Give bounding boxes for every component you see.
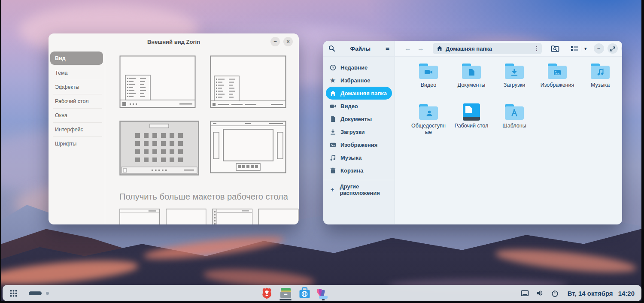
files-header-right: ← → Домашняя папка ⋮ ▾ − [395, 41, 622, 56]
files-content-area[interactable]: Видео Документы [395, 57, 622, 224]
sidebar-item-windows[interactable]: Окна [49, 108, 105, 122]
video-icon [330, 103, 336, 109]
layout-option-panel-dock[interactable] [210, 121, 286, 173]
view-toggle-group: ▾ [571, 45, 587, 52]
files-app-button[interactable] [279, 286, 292, 300]
sidebar-item-home[interactable]: Домашняя папка [326, 87, 392, 100]
clock[interactable]: Вт, 14 октября 14:20 [568, 290, 635, 297]
sidebar-item-view[interactable]: Вид [50, 52, 103, 65]
minimize-button[interactable]: − [594, 43, 604, 54]
sidebar-item-fonts[interactable]: Шрифты [49, 136, 105, 151]
folder-music[interactable]: Музыка [579, 63, 622, 103]
folder-label: Видео [421, 82, 437, 88]
minimize-button[interactable]: − [270, 37, 280, 46]
layout-option-taskbar-menu[interactable] [119, 55, 196, 108]
plus-icon: + [329, 186, 335, 193]
files-headerbar[interactable]: Файлы ≡ ← → Домашняя папка ⋮ ▾ [323, 41, 622, 57]
layout-thumbnail[interactable] [166, 209, 207, 224]
volume-button[interactable] [536, 290, 544, 297]
path-bar[interactable]: Домашняя папка ⋮ [433, 43, 542, 54]
sidebar-item-interface[interactable]: Интерфейс [49, 122, 105, 136]
desktop-screen: Внешний вид Zorin − × Вид Тема Эффекты Р… [0, 0, 644, 303]
search-in-folder-button[interactable] [551, 45, 559, 52]
minimize-icon: − [273, 38, 277, 45]
view-options-dropdown[interactable]: ▾ [581, 46, 587, 52]
folder-label: Документы [458, 82, 485, 88]
home-icon [437, 45, 443, 52]
time-label: 14:20 [618, 290, 635, 297]
folder-downloads[interactable]: Загрузки [493, 63, 536, 103]
folder-public-icon [418, 103, 439, 121]
workspace-indicator[interactable] [46, 292, 49, 295]
sidebar-item-other-locations[interactable]: + Другие расположения [323, 183, 395, 196]
minimize-icon: − [597, 45, 601, 52]
sidebar-item-label: Недавние [340, 64, 368, 71]
sidebar-item-starred[interactable]: ★ Избранное [323, 74, 395, 87]
folder-templates[interactable]: Шаблоны [493, 103, 536, 144]
folder-document-icon [461, 63, 482, 80]
sidebar-item-label: Окна [55, 112, 67, 118]
forward-button[interactable]: → [416, 45, 425, 52]
app-menu-button[interactable] [9, 289, 18, 297]
sidebar-item-music[interactable]: Музыка [323, 151, 395, 164]
sidebar-item-documents[interactable]: Документы [323, 112, 395, 125]
sidebar-item-label: Интерфейс [55, 127, 83, 133]
folder-pictures[interactable]: Изображения [536, 63, 579, 103]
power-button[interactable] [551, 290, 559, 297]
files-app-icon [279, 287, 292, 299]
sidebar-item-effects[interactable]: Эффекты [49, 80, 105, 94]
sidebar-item-trash[interactable]: Корзина [323, 164, 395, 177]
appearance-window-title: Внешний вид Zorin [147, 39, 200, 45]
panel-settings-button[interactable] [521, 290, 529, 297]
star-icon: ★ [329, 77, 336, 84]
list-view-button[interactable] [571, 45, 578, 52]
sidebar-item-downloads[interactable]: Загрузки [323, 125, 395, 138]
maximize-button[interactable] [608, 43, 618, 54]
close-button[interactable]: × [283, 37, 293, 46]
back-button[interactable]: ← [404, 45, 412, 52]
folder-label: Музыка [591, 82, 610, 88]
sidebar-item-pictures[interactable]: Изображения [323, 138, 395, 151]
sidebar-item-recent[interactable]: Недавние [323, 61, 395, 74]
more-layouts-thumbnails [119, 209, 299, 224]
folder-public[interactable]: Общедоступные [407, 103, 450, 144]
trash-icon [330, 167, 336, 174]
layout-option-window-list[interactable] [210, 55, 286, 108]
folder-desktop[interactable]: Рабочий стол [450, 103, 493, 144]
sidebar-item-label: Шрифты [55, 141, 76, 147]
sidebar-item-label: Музыка [340, 155, 361, 161]
active-window-indicator [279, 299, 292, 300]
sidebar-item-label: Вид [55, 55, 66, 61]
download-icon [330, 129, 336, 135]
close-button[interactable]: × [621, 43, 622, 54]
folder-label: Изображения [541, 82, 574, 88]
layout-thumbnail[interactable] [212, 209, 253, 224]
folder-videos[interactable]: Видео [407, 63, 450, 103]
back-icon: ← [404, 45, 411, 52]
brave-browser-icon [261, 287, 273, 300]
files-sidebar: Недавние ★ Избранное Домашняя папка Виде… [323, 57, 395, 224]
taskbar-status-area: Вт, 14 октября 14:20 [521, 290, 635, 297]
sidebar-item-desktop[interactable]: Рабочий стол [49, 94, 105, 108]
layout-thumbnail[interactable] [119, 209, 160, 224]
zorin-appearance-button[interactable] [317, 286, 330, 300]
software-store-button[interactable] [298, 286, 311, 300]
layout-thumbnail[interactable] [258, 209, 299, 224]
folder-label: Общедоступные [410, 123, 447, 136]
sidebar-item-videos[interactable]: Видео [323, 100, 395, 112]
app-grid-icon [9, 289, 18, 297]
sidebar-item-theme[interactable]: Тема [49, 66, 105, 80]
hamburger-menu-button[interactable]: ≡ [386, 45, 389, 52]
home-icon [330, 90, 336, 97]
folder-documents[interactable]: Документы [450, 63, 493, 103]
appearance-titlebar[interactable]: Внешний вид Zorin − × [49, 33, 299, 50]
workspace-active-indicator[interactable] [29, 291, 42, 295]
location-menu-button[interactable]: ⋮ [533, 45, 540, 52]
sidebar-item-label: Домашняя папка [340, 90, 387, 97]
appearance-sidebar: Вид Тема Эффекты Рабочий стол Окна Интер… [49, 50, 105, 224]
brave-browser-button[interactable] [260, 286, 273, 300]
layout-option-app-grid-selected[interactable] [119, 121, 199, 176]
search-button[interactable] [328, 45, 335, 52]
sidebar-item-label: Рабочий стол [55, 98, 88, 104]
sidebar-item-label: Тема [55, 70, 67, 76]
